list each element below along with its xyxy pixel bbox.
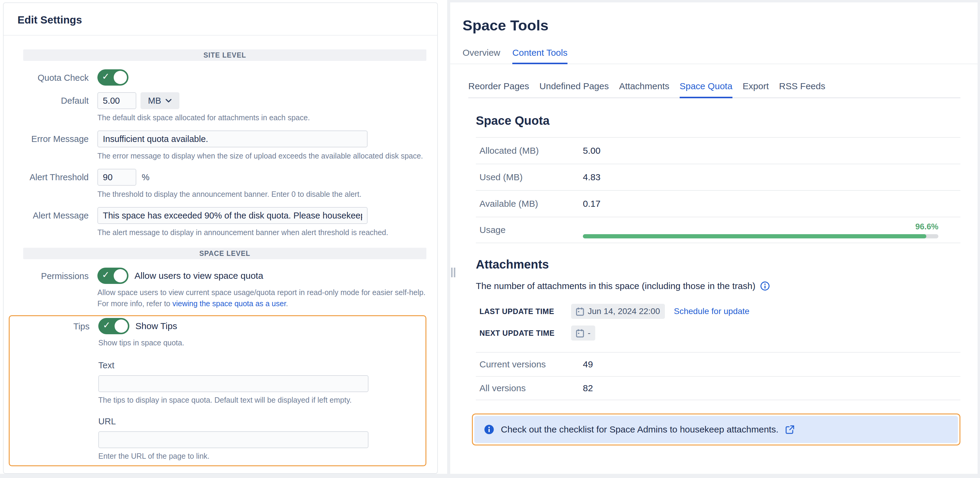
attachments-heading: Attachments (476, 258, 960, 271)
attachments-section: Attachments The number of attachments in… (476, 258, 960, 445)
tab-overview[interactable]: Overview (463, 48, 500, 64)
info-banner: Check out the checklist for Space Admins… (474, 416, 958, 443)
last-update-value: Jun 14, 2024 22:00 (588, 306, 660, 316)
permissions-desc-2-suffix: . (286, 299, 288, 308)
calendar-icon (576, 307, 584, 316)
permissions-desc-2-prefix: For more info, refer to (97, 299, 172, 308)
update-times: LAST UPDATE TIME Jun 14, 2024 22:00 Sche… (476, 304, 960, 341)
versions-row-value: 49 (583, 359, 593, 370)
space-quota-section: Space Quota Allocated (MB) 5.00 Used (MB… (476, 114, 960, 243)
table-row: Available (MB) 0.17 (476, 190, 960, 217)
last-update-label: LAST UPDATE TIME (476, 307, 571, 316)
quota-check-toggle[interactable]: ✓ (97, 69, 129, 86)
tips-url-input[interactable] (98, 431, 369, 448)
check-icon: ✓ (102, 270, 110, 280)
alert-threshold-input[interactable] (97, 169, 136, 186)
versions-row-label: Current versions (476, 359, 583, 370)
unit-select[interactable]: MB (140, 92, 180, 109)
tips-desc: Show tips in space quota. (98, 338, 425, 347)
table-row: Allocated (MB) 5.00 (476, 137, 960, 164)
subtab-space-quota[interactable]: Space Quota (680, 81, 732, 98)
space-tools-title: Space Tools (450, 2, 978, 34)
show-tips-toggle[interactable]: ✓ (98, 318, 129, 334)
usage-progress: 96.6% (583, 217, 939, 243)
panel-splitter (447, 0, 450, 478)
permissions-desc-1: Allow space users to view current space … (97, 288, 426, 297)
schedule-for-update-link[interactable]: Schedule for update (674, 306, 749, 316)
banner-text: Check out the checklist for Space Admins… (501, 424, 779, 435)
attachments-desc: The number of attachments in this space … (476, 281, 756, 291)
quota-check-label: Quota Check (23, 69, 89, 86)
versions-table: Current versions 49 All versions 82 (476, 352, 960, 400)
content-tools-content: Reorder Pages Undefined Pages Attachment… (450, 64, 978, 445)
unit-select-value: MB (148, 96, 161, 106)
table-row: Used (MB) 4.83 (476, 164, 960, 190)
last-update-chip: Jun 14, 2024 22:00 (571, 304, 665, 319)
page-title: Edit Settings (18, 14, 423, 26)
space-quota-heading: Space Quota (476, 114, 960, 127)
chevron-down-icon (165, 98, 172, 103)
next-update-label: NEXT UPDATE TIME (476, 329, 571, 338)
quota-row-value: 4.83 (583, 172, 600, 182)
quota-row-label: Allocated (MB) (476, 146, 583, 156)
edit-settings-panel: Edit Settings SITE LEVEL Quota Check ✓ (0, 0, 447, 474)
error-message-desc: The error message to display when the si… (97, 152, 426, 160)
permissions-toggle-label: Allow users to view space quota (135, 271, 263, 281)
table-row: Current versions 49 (476, 352, 960, 376)
usage-progress-track (583, 234, 939, 238)
permissions-toggle[interactable]: ✓ (97, 268, 129, 284)
default-label: Default (23, 92, 89, 109)
view-quota-user-link[interactable]: viewing the space quota as a user (172, 299, 286, 308)
attachments-desc-row: The number of attachments in this space … (476, 281, 960, 291)
percent-suffix: % (142, 172, 150, 182)
next-update-value: - (588, 328, 590, 338)
tips-url-label: URL (98, 416, 425, 426)
calendar-icon (576, 329, 584, 338)
usage-label: Usage (476, 225, 583, 235)
table-row: All versions 82 (476, 376, 960, 400)
usage-progress-fill (583, 234, 926, 238)
permissions-row: Permissions ✓ Allow users to view space … (23, 268, 426, 284)
banner-highlight-box: Check out the checklist for Space Admins… (472, 413, 960, 445)
subtab-rss-feeds[interactable]: RSS Feeds (779, 81, 825, 98)
toggle-knob (114, 269, 127, 283)
toggle-knob (114, 71, 127, 84)
alert-message-input[interactable] (97, 207, 368, 224)
panel-resize-handle[interactable] (451, 268, 455, 277)
external-link-icon[interactable] (785, 425, 795, 434)
quota-row-label: Used (MB) (476, 172, 583, 182)
subtab-reorder-pages[interactable]: Reorder Pages (468, 81, 529, 98)
quota-row-value: 5.00 (583, 146, 600, 156)
error-message-input[interactable] (97, 130, 368, 148)
subtab-export[interactable]: Export (743, 81, 769, 98)
alert-message-label: Alert Message (23, 207, 89, 224)
tips-highlight-box: Tips ✓ Show Tips Show tips in space quot… (9, 315, 426, 466)
tips-text-input[interactable] (98, 375, 369, 392)
toggle-knob (115, 319, 128, 333)
next-update-chip: - (571, 326, 595, 341)
section-header-space-level: SPACE LEVEL (23, 248, 426, 259)
permissions-desc-2: For more info, refer to viewing the spac… (97, 299, 426, 308)
space-tools-tabs: Overview Content Tools (450, 34, 978, 64)
check-icon: ✓ (103, 320, 110, 330)
subtab-attachments[interactable]: Attachments (619, 81, 670, 98)
info-icon[interactable] (760, 281, 770, 291)
error-message-row: Error Message (23, 130, 426, 148)
tips-text-desc: The tips to display in space quota. Defa… (98, 396, 425, 405)
quota-row-label: Available (MB) (476, 199, 583, 209)
alert-message-desc: The alert message to display in announce… (97, 228, 426, 237)
default-quota-input[interactable] (97, 92, 136, 109)
quota-table: Allocated (MB) 5.00 Used (MB) 4.83 Avail… (476, 137, 960, 243)
tips-url-desc: Enter the URL of the page to link. (98, 452, 425, 461)
usage-percent-label: 96.6% (915, 222, 939, 232)
tips-text-label: Text (98, 360, 425, 370)
versions-row-value: 82 (583, 383, 593, 393)
default-row: Default MB (23, 92, 426, 109)
default-desc: The default disk space allocated for att… (97, 113, 426, 122)
subtab-undefined-pages[interactable]: Undefined Pages (539, 81, 609, 98)
info-filled-icon (484, 424, 494, 435)
tab-content-tools[interactable]: Content Tools (512, 48, 568, 64)
space-tools-panel: Space Tools Overview Content Tools Reord… (450, 2, 978, 474)
alert-threshold-label: Alert Threshold (23, 169, 89, 186)
page: Edit Settings SITE LEVEL Quota Check ✓ (0, 0, 980, 478)
